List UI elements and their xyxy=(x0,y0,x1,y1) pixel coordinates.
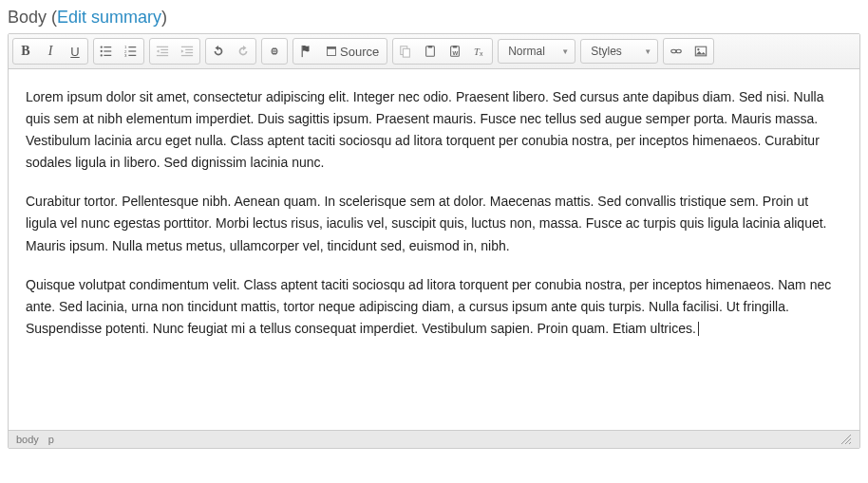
link-icon xyxy=(268,45,281,58)
copy-icon xyxy=(399,45,412,58)
image-button[interactable] xyxy=(689,39,713,64)
path-item-body[interactable]: body xyxy=(16,434,39,445)
svg-point-36 xyxy=(697,48,699,50)
copy-button[interactable] xyxy=(393,39,418,64)
svg-rect-13 xyxy=(160,49,168,50)
toolbar-group-basicstyles: B I U xyxy=(12,38,88,65)
source-button[interactable]: Source xyxy=(318,39,387,64)
svg-rect-7 xyxy=(128,46,136,47)
svg-rect-14 xyxy=(160,52,168,53)
undo-button[interactable] xyxy=(206,39,231,64)
elements-path: body p xyxy=(16,434,54,445)
svg-text:W: W xyxy=(453,49,459,56)
svg-point-4 xyxy=(101,54,103,56)
format-dropdown-label: Normal xyxy=(508,45,554,58)
svg-rect-15 xyxy=(157,55,168,56)
svg-rect-20 xyxy=(272,50,276,51)
indent-button[interactable] xyxy=(175,39,199,64)
svg-rect-1 xyxy=(104,46,111,47)
paste-icon xyxy=(424,45,437,58)
svg-rect-29 xyxy=(453,46,457,48)
chevron-down-icon: ▼ xyxy=(644,47,651,56)
svg-rect-27 xyxy=(428,46,432,48)
remove-format-icon: Tx xyxy=(473,45,486,58)
bold-button[interactable]: B xyxy=(13,39,38,64)
outdent-icon xyxy=(156,45,169,58)
remove-format-button[interactable]: Tx xyxy=(467,39,492,64)
svg-rect-12 xyxy=(157,46,168,47)
bulleted-list-button[interactable] xyxy=(94,39,119,64)
svg-text:x: x xyxy=(480,50,483,57)
svg-rect-16 xyxy=(181,46,193,47)
paragraph: Lorem ipsum dolor sit amet, consectetur … xyxy=(26,86,842,174)
paste-button[interactable] xyxy=(418,39,443,64)
svg-rect-9 xyxy=(128,50,136,51)
link-button[interactable] xyxy=(262,39,287,64)
underline-icon: U xyxy=(70,45,79,59)
paste-from-word-icon: W xyxy=(448,45,462,58)
svg-rect-25 xyxy=(404,48,410,57)
svg-rect-3 xyxy=(104,50,111,51)
undo-icon xyxy=(212,45,225,58)
text-cursor xyxy=(698,322,699,336)
svg-point-34 xyxy=(676,49,681,53)
redo-button[interactable] xyxy=(231,39,255,64)
svg-rect-18 xyxy=(185,52,193,53)
paragraph: Quisque volutpat condimentum velit. Clas… xyxy=(26,274,842,340)
chevron-down-icon: ▼ xyxy=(561,47,569,56)
svg-rect-5 xyxy=(104,55,111,56)
source-icon xyxy=(326,46,337,57)
toolbar-group-clipboard: W Tx xyxy=(392,38,493,65)
svg-point-33 xyxy=(671,49,676,53)
indent-icon xyxy=(180,45,194,58)
toolbar-group-tools xyxy=(663,38,714,65)
toolbar-group-indent xyxy=(149,38,200,65)
styles-dropdown-label: Styles xyxy=(591,45,636,58)
resize-icon xyxy=(840,434,852,445)
source-button-label: Source xyxy=(340,45,379,59)
editor-toolbar: B I U 123 xyxy=(9,34,859,69)
rich-text-editor: B I U 123 xyxy=(8,33,860,449)
toolbar-group-insert: Source xyxy=(292,38,387,65)
italic-icon: I xyxy=(48,44,53,59)
field-label-text: Body xyxy=(8,8,47,27)
svg-rect-19 xyxy=(181,55,193,56)
outdent-button[interactable] xyxy=(150,39,175,64)
path-item-p[interactable]: p xyxy=(48,434,54,445)
format-dropdown[interactable]: Normal ▼ xyxy=(498,39,576,64)
field-label: Body (Edit summary) xyxy=(8,8,860,28)
svg-rect-23 xyxy=(328,47,336,49)
toolbar-group-list: 123 xyxy=(93,38,144,65)
paste-from-word-button[interactable]: W xyxy=(443,39,467,64)
toolbar-group-undo xyxy=(205,38,256,65)
image-icon xyxy=(694,45,708,58)
svg-point-2 xyxy=(101,50,103,52)
toolbar-group-links xyxy=(261,38,288,65)
styles-dropdown[interactable]: Styles ▼ xyxy=(580,39,658,64)
underline-button[interactable]: U xyxy=(63,39,87,64)
bold-icon: B xyxy=(21,44,29,59)
paragraph: Curabitur tortor. Pellentesque nibh. Aen… xyxy=(26,191,842,256)
bulleted-list-icon xyxy=(100,45,113,58)
media-button[interactable] xyxy=(664,39,689,64)
svg-rect-21 xyxy=(302,46,303,57)
redo-icon xyxy=(236,45,250,58)
editor-content[interactable]: Lorem ipsum dolor sit amet, consectetur … xyxy=(9,69,859,430)
svg-rect-11 xyxy=(128,55,136,56)
anchor-button[interactable] xyxy=(293,39,318,64)
numbered-list-button[interactable]: 123 xyxy=(119,39,143,64)
svg-rect-17 xyxy=(185,49,193,50)
edit-summary-link[interactable]: Edit summary xyxy=(57,8,161,27)
editor-bottom-bar: body p xyxy=(9,430,859,448)
numbered-list-icon: 123 xyxy=(124,45,138,58)
link-alt-icon xyxy=(670,45,683,58)
italic-button[interactable]: I xyxy=(38,39,63,64)
svg-point-0 xyxy=(101,46,103,47)
resize-handle[interactable] xyxy=(840,434,852,445)
flag-icon xyxy=(299,45,312,58)
svg-text:3: 3 xyxy=(124,53,127,58)
